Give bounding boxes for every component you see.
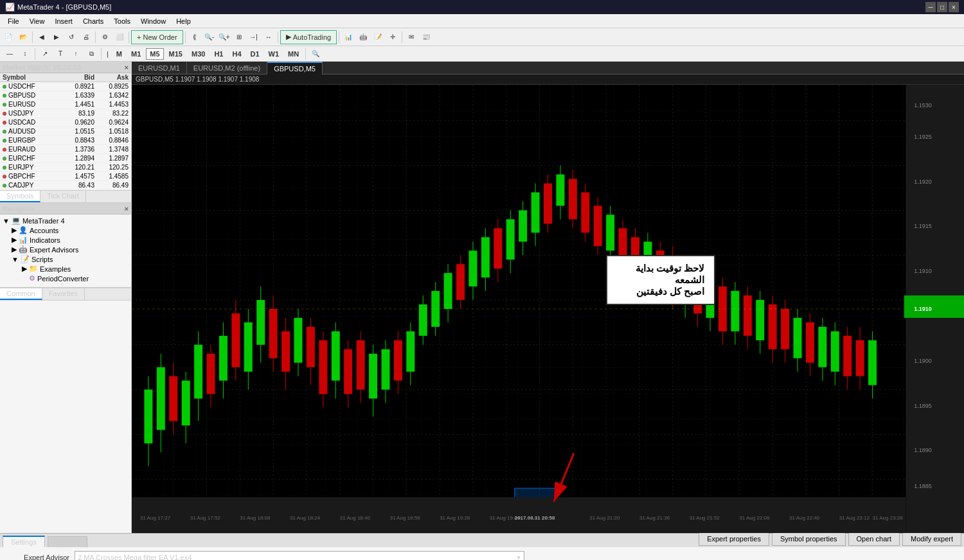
scripts-btn[interactable]: 📝 — [371, 30, 385, 44]
properties-btn[interactable]: ⚙ — [98, 30, 112, 44]
minimize-button[interactable]: ─ — [925, 2, 936, 12]
svg-rect-91 — [506, 219, 515, 259]
symbol-properties-button[interactable]: Symbol properties — [772, 532, 846, 546]
menu-insert[interactable]: Insert — [49, 16, 78, 26]
svg-rect-107 — [606, 214, 614, 250]
copy-tool[interactable]: ⧉ — [84, 47, 98, 61]
forward-btn[interactable]: ▶ — [49, 30, 64, 44]
list-item[interactable]: EURCHF 1.28941.2897 — [0, 154, 131, 163]
expert-properties-button[interactable]: Expert properties — [699, 532, 769, 546]
restore-button[interactable]: □ — [937, 2, 947, 12]
open-chart-button[interactable]: Open chart — [848, 532, 900, 546]
list-item[interactable]: CADJPY 86.4386.49 — [0, 181, 131, 190]
tf-m1[interactable]: M1 — [127, 48, 145, 60]
line-tool[interactable]: — — [3, 47, 17, 61]
new-order-button[interactable]: + New Order — [131, 30, 183, 44]
list-item[interactable]: EURGBP 0.88430.8846 — [0, 136, 131, 145]
menu-view[interactable]: View — [24, 16, 50, 26]
market-watch-close[interactable]: × — [125, 64, 129, 71]
new-chart-btn[interactable]: 📄 — [1, 30, 15, 44]
autotrading-button[interactable]: ▶ AutoTrading — [280, 30, 337, 44]
menu-help[interactable]: Help — [171, 16, 196, 26]
list-item[interactable]: EURUSD 1.44511.4453 — [0, 100, 131, 109]
cursor-tool[interactable]: ↗ — [38, 47, 52, 61]
list-item[interactable]: USDCHF 0.89210.8925 — [0, 82, 131, 91]
text-tool[interactable]: T — [53, 47, 67, 61]
nav-item-examples[interactable]: ▶ 📁 Examples — [1, 264, 130, 274]
ea-btn[interactable]: 🤖 — [356, 30, 370, 44]
svg-rect-65 — [344, 349, 352, 394]
open-btn[interactable]: 📂 — [16, 30, 30, 44]
svg-rect-47 — [231, 313, 240, 367]
svg-rect-135 — [781, 309, 789, 349]
zoom-in-btn[interactable]: 🔍+ — [217, 30, 231, 44]
refresh-btn[interactable]: ↺ — [64, 30, 78, 44]
menu-file[interactable]: File — [3, 16, 24, 26]
tab-favorites[interactable]: Favorites — [42, 288, 85, 300]
nav-item-expert-advisors[interactable]: ▶ 🤖 Expert Advisors — [1, 245, 130, 254]
crosshair-btn[interactable]: ✛ — [386, 30, 400, 44]
nav-item-metatrader4[interactable]: ▼ 💻 MetaTrader 4 — [1, 216, 130, 225]
tf-m30[interactable]: M30 — [188, 48, 209, 60]
ea-dropdown[interactable]: 2 MA Crosses Mega filter EA V1.ex4 ▼ — [75, 551, 524, 560]
svg-rect-69 — [369, 354, 377, 399]
tab-journal[interactable]: Journal — [48, 536, 87, 547]
tf-m15[interactable]: M15 — [165, 48, 186, 60]
tf-m[interactable]: M — [112, 48, 126, 60]
tf-w1[interactable]: W1 — [265, 48, 283, 60]
svg-rect-101 — [569, 179, 577, 220]
svg-text:31 Aug 18:24: 31 Aug 18:24 — [290, 515, 321, 521]
grid-btn[interactable]: ⊞ — [232, 30, 246, 44]
chart-canvas[interactable]: 1.1530 1.1925 1.1920 1.1915 1.1910 1.190… — [132, 85, 964, 533]
arrow-tool[interactable]: ↕ — [18, 47, 32, 61]
tab-gbpusd-m5[interactable]: GBPUSD,M5 — [267, 62, 323, 74]
svg-rect-53 — [269, 309, 278, 358]
tab-eurusd-m1[interactable]: EURUSD,M1 — [132, 62, 187, 74]
tab-eurusd-m2[interactable]: EURUSD,M2 (offline) — [187, 62, 267, 74]
nav-item-period-converter[interactable]: ▶ ⚙ PeriodConverter — [1, 274, 130, 283]
svg-text:1.1925: 1.1925 — [914, 134, 932, 140]
main-layout: Market Watch: 16:24:53 × Symbol Bid Ask … — [0, 62, 964, 533]
navigator-close[interactable]: × — [125, 205, 129, 213]
menu-tools[interactable]: Tools — [109, 16, 136, 26]
arrow-up-tool[interactable]: ↑ — [69, 47, 83, 61]
chart-shift-btn[interactable]: →| — [247, 30, 261, 44]
list-item[interactable]: USDCAD 0.96200.9624 — [0, 118, 131, 127]
modify-expert-button[interactable]: Modify expert — [902, 532, 961, 546]
full-screen-btn[interactable]: ⬜ — [112, 30, 127, 44]
tf-d1[interactable]: D1 — [247, 48, 263, 60]
list-item[interactable]: AUDUSD 1.05151.0518 — [0, 127, 131, 136]
market-watch-tabs: Symbols Tick Chart — [0, 190, 131, 203]
mail-btn[interactable]: ✉ — [404, 30, 418, 44]
auto-scroll-btn[interactable]: ↔ — [262, 30, 276, 44]
svg-rect-93 — [519, 210, 527, 241]
tab-settings[interactable]: Settings — [3, 536, 45, 547]
list-item[interactable]: USDJPY 83.1983.22 — [0, 109, 131, 118]
list-item[interactable]: GBPCHF 1.45751.4585 — [0, 172, 131, 181]
list-item[interactable]: EURAUD 1.37361.3748 — [0, 145, 131, 154]
indicators-btn[interactable]: 📊 — [341, 30, 355, 44]
svg-rect-57 — [294, 318, 303, 363]
print-btn[interactable]: 🖨 — [79, 30, 93, 44]
list-item[interactable]: GBPUSD 1.63391.6342 — [0, 91, 131, 100]
nav-item-scripts[interactable]: ▼ 📝 Scripts — [1, 254, 130, 264]
market-watch-header: Market Watch: 16:24:53 × — [0, 62, 131, 73]
nav-item-accounts[interactable]: ▶ 👤 Accounts — [1, 225, 130, 235]
tf-h4[interactable]: H4 — [228, 48, 245, 60]
search-btn[interactable]: 🔍 — [308, 47, 323, 61]
back-history-btn[interactable]: ⟪ — [188, 30, 202, 44]
close-button[interactable]: × — [949, 2, 959, 12]
back-btn[interactable]: ◀ — [35, 30, 49, 44]
list-item[interactable]: EURJPY 120.21120.25 — [0, 163, 131, 172]
menu-charts[interactable]: Charts — [78, 16, 109, 26]
tf-h1[interactable]: H1 — [210, 48, 227, 60]
news-btn[interactable]: 📰 — [419, 30, 433, 44]
tab-tick-chart[interactable]: Tick Chart — [40, 191, 86, 202]
menu-window[interactable]: Window — [136, 16, 171, 26]
nav-item-indicators[interactable]: ▶ 📊 Indicators — [1, 235, 130, 245]
tf-mn[interactable]: MN — [284, 48, 303, 60]
tab-symbols[interactable]: Symbols — [0, 191, 40, 202]
tf-m5[interactable]: M5 — [146, 48, 163, 60]
zoom-out-btn[interactable]: 🔍- — [202, 30, 217, 44]
tab-common[interactable]: Common — [0, 288, 42, 300]
